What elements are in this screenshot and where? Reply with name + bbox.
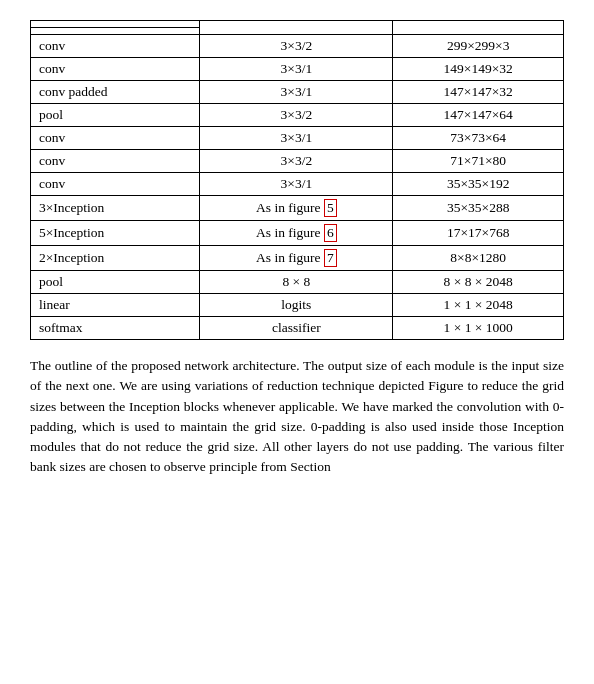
cell-patch: As in figure 5 — [200, 196, 393, 221]
cell-patch: logits — [200, 294, 393, 317]
cell-input: 147×147×64 — [393, 104, 564, 127]
cell-type: conv — [31, 58, 200, 81]
cell-input: 17×17×768 — [393, 221, 564, 246]
table-row: conv3×3/2299×299×3 — [31, 35, 564, 58]
cell-type: conv — [31, 127, 200, 150]
cell-patch: 3×3/1 — [200, 81, 393, 104]
table-row: conv3×3/271×71×80 — [31, 150, 564, 173]
col-header-patch — [200, 21, 393, 28]
cell-type: pool — [31, 271, 200, 294]
cell-patch: 3×3/2 — [200, 35, 393, 58]
table-row: conv3×3/135×35×192 — [31, 173, 564, 196]
cell-input: 299×299×3 — [393, 35, 564, 58]
architecture-table: conv3×3/2299×299×3conv3×3/1149×149×32con… — [30, 20, 564, 340]
cell-input: 71×71×80 — [393, 150, 564, 173]
table-row: pool8 × 88 × 8 × 2048 — [31, 271, 564, 294]
cell-patch: 8 × 8 — [200, 271, 393, 294]
cell-input: 35×35×192 — [393, 173, 564, 196]
cell-input: 1 × 1 × 2048 — [393, 294, 564, 317]
table-row: pool3×3/2147×147×64 — [31, 104, 564, 127]
cell-patch: classifier — [200, 317, 393, 340]
cell-patch: 3×3/2 — [200, 104, 393, 127]
cell-input: 147×147×32 — [393, 81, 564, 104]
cell-input: 149×149×32 — [393, 58, 564, 81]
table-row: 5×InceptionAs in figure 617×17×768 — [31, 221, 564, 246]
cell-input: 35×35×288 — [393, 196, 564, 221]
col-header-type-empty — [31, 28, 200, 35]
cell-patch: As in figure 7 — [200, 246, 393, 271]
cell-type: pool — [31, 104, 200, 127]
table-row: conv padded3×3/1147×147×32 — [31, 81, 564, 104]
cell-patch: 3×3/1 — [200, 173, 393, 196]
cell-type: conv — [31, 173, 200, 196]
cell-input: 8 × 8 × 2048 — [393, 271, 564, 294]
cell-type: conv padded — [31, 81, 200, 104]
table-row: 3×InceptionAs in figure 535×35×288 — [31, 196, 564, 221]
cell-type: 5×Inception — [31, 221, 200, 246]
table-row: conv3×3/1149×149×32 — [31, 58, 564, 81]
cell-input: 1 × 1 × 1000 — [393, 317, 564, 340]
cell-input: 73×73×64 — [393, 127, 564, 150]
cell-type: conv — [31, 35, 200, 58]
cell-type: 3×Inception — [31, 196, 200, 221]
cell-type: softmax — [31, 317, 200, 340]
table-row: softmaxclassifier1 × 1 × 1000 — [31, 317, 564, 340]
cell-type: conv — [31, 150, 200, 173]
col-header-type — [31, 21, 200, 28]
cell-type: 2×Inception — [31, 246, 200, 271]
cell-patch: 3×3/2 — [200, 150, 393, 173]
col-header-remarks — [200, 28, 393, 35]
col-header-input — [393, 21, 564, 35]
table-row: conv3×3/173×73×64 — [31, 127, 564, 150]
cell-input: 8×8×1280 — [393, 246, 564, 271]
cell-type: linear — [31, 294, 200, 317]
caption-text-4: from Section — [261, 459, 331, 474]
table-row: linearlogits1 × 1 × 2048 — [31, 294, 564, 317]
table-row: 2×InceptionAs in figure 78×8×1280 — [31, 246, 564, 271]
cell-patch: 3×3/1 — [200, 58, 393, 81]
table-caption: The outline of the proposed network arch… — [30, 356, 564, 478]
cell-patch: 3×3/1 — [200, 127, 393, 150]
cell-patch: As in figure 6 — [200, 221, 393, 246]
